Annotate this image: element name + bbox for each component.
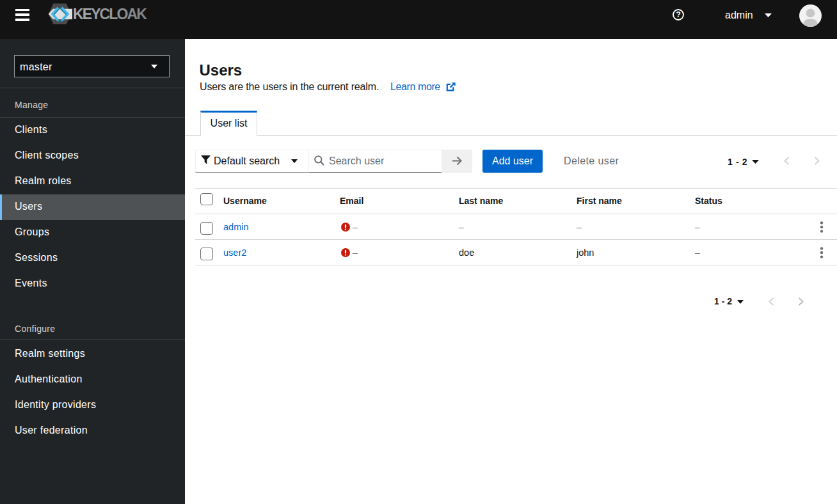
svg-text:?: ? — [676, 10, 681, 19]
svg-text:KEYCLOAK: KEYCLOAK — [73, 6, 147, 22]
